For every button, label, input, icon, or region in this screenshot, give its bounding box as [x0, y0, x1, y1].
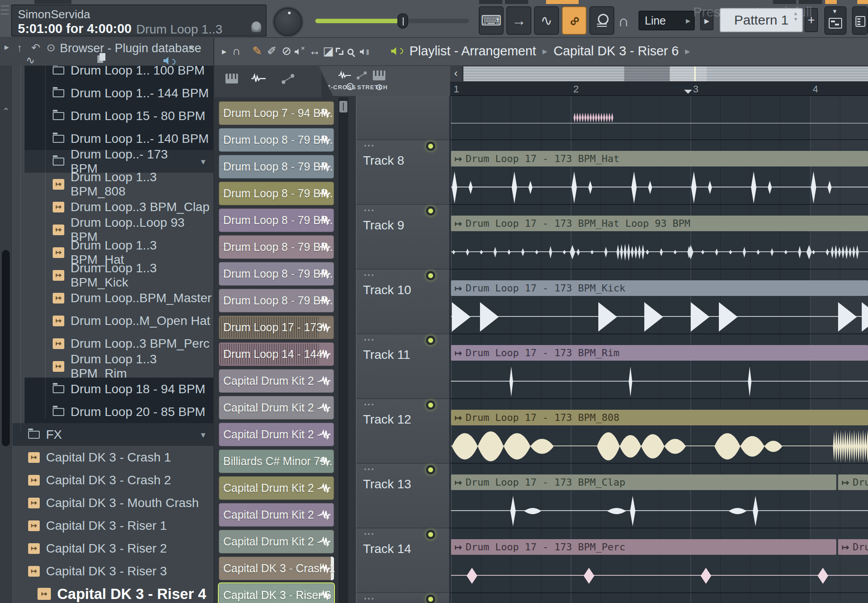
playlist-view-button[interactable]: ▼	[824, 6, 847, 35]
channel-clip[interactable]: Capital DK 3 - Crash 1	[219, 557, 334, 580]
main-pitch-slider[interactable]	[315, 19, 469, 23]
track-header[interactable]: ... Track 10	[356, 269, 450, 333]
playlist-menu-icon[interactable]: ▸	[222, 46, 226, 57]
slip-tool-icon[interactable]: ◪	[323, 44, 334, 58]
track-mute-led[interactable]	[426, 336, 435, 345]
playhead-marker[interactable]	[684, 90, 692, 94]
track-mute-led[interactable]	[426, 271, 435, 280]
browser-item[interactable]: Drum Loop..M_Open Hat ▾	[0, 309, 213, 332]
channel-clip[interactable]: Drum Loop 7 - 94 BP..	[219, 101, 334, 125]
audio-clip-header-next[interactable]: ↦ Drum Loop 17 - 173 BPM_Perc	[838, 539, 868, 555]
browser-item[interactable]: Capital DK 3 - Crash 1 ▾	[0, 446, 213, 469]
tab-audio-wave-icon[interactable]	[251, 72, 266, 85]
tab-patterns-piano-icon[interactable]	[225, 74, 238, 83]
draw-pencil-icon[interactable]: ✎	[252, 44, 262, 58]
browser-item[interactable]: Capital DK 3 - Riser 1 ▾	[0, 514, 213, 537]
browser-item[interactable]: Drum Loop 1..3 BPM_Kick ▾	[0, 264, 213, 287]
playback-tool-icon[interactable]: ‖	[360, 44, 369, 58]
track-grip-dots[interactable]: ...	[364, 332, 375, 343]
tab-automation-icon[interactable]	[281, 73, 295, 85]
typing-keyboard-button[interactable]: ⌨	[479, 6, 504, 35]
channel-clip[interactable]: Drum Loop 17 - 173..	[219, 316, 334, 339]
minimap-strip[interactable]	[463, 67, 868, 81]
track-grip-dots[interactable]: ...	[364, 396, 375, 408]
browser-item[interactable]: Capital DK 3 - Mouth Crash ▾	[0, 491, 213, 514]
select-tool-icon[interactable]	[336, 44, 343, 58]
expand-icon[interactable]: ▸	[4, 42, 9, 52]
browser-item[interactable]: Capital DK 3 - Riser 4 ▾	[0, 582, 213, 603]
stretch-radio[interactable]	[376, 84, 382, 90]
track-mute-led[interactable]	[426, 465, 435, 474]
channel-clip[interactable]: Drum Loop 8 - 79 BP..	[219, 289, 334, 312]
audio-clip-header[interactable]: ↦ Drum Loop 17 - 173 BPM_Hat	[451, 151, 868, 166]
browser-item[interactable]: Drum Loop 1.. 100 BPM ▾	[0, 66, 213, 82]
scroll-left-button[interactable]: ‹	[450, 66, 463, 82]
track-header[interactable]: ... Track 13	[356, 463, 450, 528]
channel-clip[interactable]: Capital Drum Kit 2 - ..	[219, 369, 334, 393]
channel-clip[interactable]: Drum Loop 8 - 79 BP..	[219, 262, 334, 286]
browser-item[interactable]: Drum Loop 1..3 BPM_808 ▾	[0, 173, 213, 195]
playlist-title[interactable]: Playlist - Arrangement	[409, 44, 536, 58]
slider-thumb[interactable]	[397, 13, 408, 29]
scrollbar-thumb[interactable]	[2, 250, 10, 446]
audio-clip-header[interactable]: ↦ Drum Loop 17 - 173 BPM_Hat Loop 93 BPM	[451, 216, 868, 231]
waveform-preview-icon[interactable]: ∿	[26, 54, 35, 67]
track-header[interactable]: ... Track 12	[356, 398, 450, 463]
playlist-context[interactable]: Capital DK 3 - Riser 6	[554, 44, 679, 58]
browser-item[interactable]: Drum Loop 1..- 140 BPM ▾	[0, 127, 213, 150]
channel-clip[interactable]: Capital Drum Kit 2 - ..	[219, 423, 334, 446]
browser-item[interactable]: Drum Loop..3 BPM_Clap ▾	[0, 195, 213, 218]
track-mute-led[interactable]	[426, 595, 435, 603]
browser-item[interactable]: Capital DK 3 - Crash 2 ▾	[0, 469, 213, 491]
browser-item[interactable]: Drum Loop 1..3 BPM_Hat ▾	[0, 241, 213, 264]
search-icon[interactable]: ⊙	[46, 42, 55, 54]
browser-item[interactable]: Drum Loop..Loop 93 BPM ▾	[0, 218, 213, 241]
browser-item[interactable]: Capital DK 3 - Riser 2 ▾	[0, 537, 213, 560]
collapse-up-icon[interactable]: ⌃	[2, 106, 10, 116]
audio-clip-header[interactable]: ↦ Drum Loop 17 - 173 BPM_808	[451, 410, 868, 425]
browser-item[interactable]: Drum Loop..- 173 BPM ▾	[0, 150, 213, 173]
delete-tool-icon[interactable]: ⊘	[282, 44, 292, 58]
browser-item[interactable]: Drum Loop 20 - 85 BPM ▾	[0, 400, 213, 423]
channel-clip[interactable]: Capital Drum Kit 2 - ..	[219, 503, 334, 527]
audio-clip-header[interactable]: ↦ Drum Loop 17 - 173 BPM_Kick	[451, 280, 868, 296]
chevron-right-icon[interactable]: ▸	[189, 42, 194, 52]
channel-clip[interactable]: Drum Loop 14 - 144..	[219, 342, 334, 366]
automation-mode-icon[interactable]	[356, 71, 367, 80]
main-volume-knob[interactable]	[274, 8, 302, 36]
minimap-playhead[interactable]	[694, 67, 696, 81]
browser-item[interactable]: Drum Loop..BPM_Master ▾	[0, 287, 213, 309]
audio-clip-header[interactable]: ↦ Drum Loop 17 - 173 BPM_Rim	[451, 345, 868, 361]
chevron-down-icon[interactable]: ▾	[201, 429, 205, 440]
track-mute-led[interactable]	[426, 206, 435, 216]
chevron-down-icon[interactable]: ▾	[201, 156, 205, 167]
track-header[interactable]: ... Track 9	[356, 204, 450, 269]
track-grip-dots[interactable]: ...	[364, 202, 375, 214]
track-header[interactable]: ... Track 11	[356, 333, 450, 398]
browser-item[interactable]: FX ▾	[0, 423, 213, 446]
magnet-icon[interactable]: ∩	[232, 44, 241, 58]
browser-item[interactable]: Capital DK 3 - Riser 3 ▾	[0, 560, 213, 582]
mute-tool-icon[interactable]: ×	[295, 44, 305, 58]
channel-clip[interactable]: Drum Loop 8 - 79 BP..	[219, 208, 334, 232]
track-header[interactable]	[356, 96, 450, 139]
autoplay-speaker-icon[interactable]	[163, 55, 175, 67]
channel-clip[interactable]: Drum Loop 8 - 79 BP..	[219, 235, 334, 259]
copy-files-icon[interactable]	[97, 53, 106, 67]
scrollbar-thumb[interactable]	[339, 101, 347, 112]
link-button[interactable]: ∞	[562, 6, 587, 35]
channel-clip[interactable]: Capital Drum Kit 2 - ..	[219, 396, 334, 420]
timeline-ruler[interactable]: 1234	[450, 82, 868, 96]
track-header[interactable]: ... Track 8	[356, 139, 450, 204]
channel-clip[interactable]: Drum Loop 8 - 79 BP..	[219, 128, 334, 152]
channel-clip[interactable]: Drum Loop 8 - 79 BP..	[219, 182, 334, 205]
audio-mode-icon[interactable]	[338, 70, 351, 81]
zoom-tool-icon[interactable]	[347, 44, 354, 58]
audio-clip-header[interactable]: ↦ Drum Loop 17 - 173 BPM_Clap	[451, 474, 836, 490]
channel-clip[interactable]: Capital DK 3 - Riser 6	[219, 583, 334, 603]
track-grip-dots[interactable]: ...	[364, 526, 375, 537]
browser-left-scrollbar[interactable]: ⌃	[0, 38, 12, 603]
arrangement-speaker-icon[interactable]	[391, 47, 403, 55]
browser-item[interactable]: Drum Loop 18 - 94 BPM ▾	[0, 378, 213, 400]
slide-tool-icon[interactable]: ↔	[309, 44, 321, 58]
